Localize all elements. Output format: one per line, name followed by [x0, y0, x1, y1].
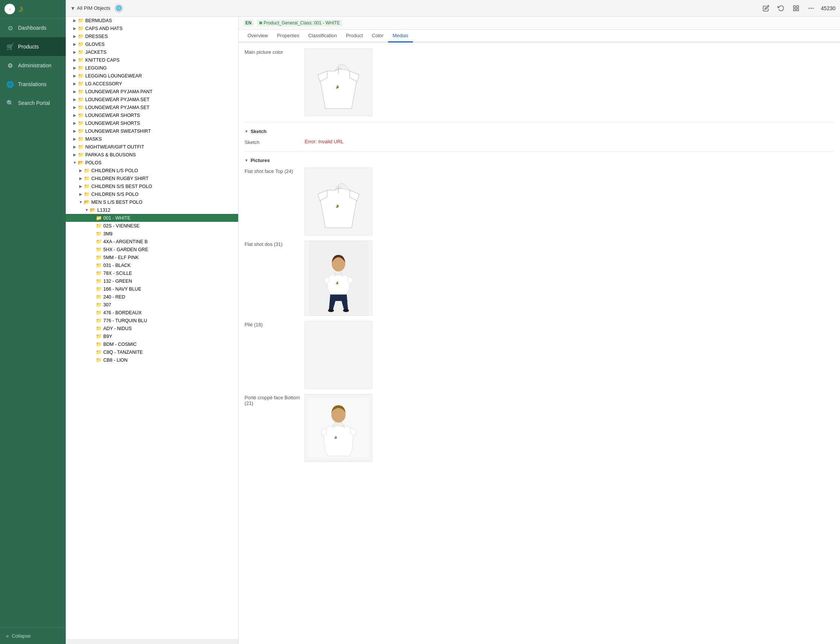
item-number: 45230 — [821, 5, 835, 11]
tree-item-476-bordeaux[interactable]: 📁476 - BORDEAUX — [66, 309, 238, 317]
tree-item-ady-nidus[interactable]: 📁ADY - NIDUS — [66, 324, 238, 332]
tree-item-776-turquin-blu[interactable]: 📁776 - TURQUIN BLU — [66, 317, 238, 324]
content-area: ▶📁BERMUDAS▶📁CAPS AND HATS▶📁DRESSES▶📁GLOV… — [66, 16, 840, 644]
tab-product[interactable]: Product — [342, 30, 367, 43]
tree-item-b9y[interactable]: 📁B9Y — [66, 332, 238, 340]
sketch-section-header[interactable]: ▼ Sketch — [244, 128, 834, 134]
tree-item-children-ls-polo[interactable]: ▶📁CHILDREN L/S POLO — [66, 166, 238, 174]
tree-item-legging[interactable]: ▶📁LEGGING — [66, 64, 238, 72]
tree-item-jackets[interactable]: ▶📁JACKETS — [66, 48, 238, 56]
tree-item-240-red[interactable]: 📁240 - RED — [66, 293, 238, 301]
tab-overview[interactable]: Overview — [243, 30, 272, 43]
tree-item-caps-hats[interactable]: ▶📁CAPS AND HATS — [66, 25, 238, 32]
tab-medias[interactable]: Medias — [388, 30, 413, 43]
sidebar-item-label: Administration — [18, 62, 51, 68]
folder-icon: 📁 — [78, 49, 84, 55]
tree-item-001-white[interactable]: 📁001 - WHITE — [66, 214, 238, 222]
tree-item-loungewear-shorts[interactable]: ▶📁LOUNGEWEAR SHORTS — [66, 111, 238, 119]
tree-item-bdm-cosmic[interactable]: 📁BDM - COSMIC — [66, 340, 238, 348]
edit-button[interactable] — [761, 3, 771, 13]
tree-item-dresses[interactable]: ▶📁DRESSES — [66, 32, 238, 40]
tree-item-children-ss-best-polo[interactable]: ▶📁CHILDREN S/S BEST POLO — [66, 182, 238, 190]
tree-item-men-s-ls-best-polo[interactable]: ▼📂MEN S L/S BEST POLO — [66, 198, 238, 206]
refresh-button[interactable] — [776, 3, 786, 13]
folder-icon: 📁 — [96, 246, 102, 252]
tree-label: 776 - TURQUIN BLU — [103, 318, 147, 323]
tree-item-132-green[interactable]: 📁132 - GREEN — [66, 277, 238, 285]
tree-item-loungewear-sweatshirt[interactable]: ▶📁LOUNGEWEAR SWEATSHIRT — [66, 127, 238, 135]
sidebar-item-search-portal[interactable]: 🔍 Search Portal — [0, 94, 66, 112]
toolbar-right: 45230 — [761, 3, 835, 13]
tree-item-children-rugby-shirt[interactable]: ▶📁CHILDREN RUGBY SHIRT — [66, 174, 238, 182]
tree-item-4xa-argentine-b[interactable]: 📁4XA - ARGENTINE B — [66, 238, 238, 245]
folder-icon: 📁 — [78, 120, 84, 126]
folder-icon: 📁 — [84, 184, 90, 189]
tree-item-legging-loungewear[interactable]: ▶📁LEGGING LOUNGEWEAR — [66, 72, 238, 80]
folder-icon: 📁 — [96, 255, 102, 260]
more-button[interactable] — [806, 3, 816, 13]
collapse-button[interactable]: « Collapse — [0, 628, 66, 644]
tree-label: NIGHTWEAR/GIFT OUTFIT — [85, 145, 144, 150]
folder-icon: 📁 — [78, 26, 84, 31]
tree-item-bermudas[interactable]: ▶📁BERMUDAS — [66, 16, 238, 25]
tree-item-02s-viennese[interactable]: 📁02S - VIENNESE — [66, 222, 238, 230]
tree-item-031-black[interactable]: 📁031 - BLACK — [66, 261, 238, 269]
tree-item-loungewear-pyjama-set[interactable]: ▶📁LOUNGEWEAR PYJAMA SET — [66, 95, 238, 104]
tree-item-polos[interactable]: ▼📂POLOS — [66, 159, 238, 166]
medias-content[interactable]: Main picture color — [239, 43, 840, 644]
sidebar-item-label: Translations — [18, 81, 47, 87]
tree-item-307[interactable]: 📁307 — [66, 301, 238, 309]
tree-item-cb8-lion[interactable]: 📁CB8 - LION — [66, 356, 238, 364]
tree-horizontal-scrollbar[interactable] — [66, 639, 238, 644]
folder-icon: 📁 — [78, 144, 84, 150]
tab-classification[interactable]: Classification — [303, 30, 342, 43]
tree-label: 031 - BLACK — [103, 263, 131, 268]
tree-label: LG ACCESSORY — [85, 81, 122, 87]
tree-item-5mm-elf-pink[interactable]: 📁5MM - ELF PINK — [66, 253, 238, 261]
tree-arrow: ▶ — [78, 176, 84, 181]
tab-color[interactable]: Color — [367, 30, 388, 43]
tree-item-children-ss-polo[interactable]: ▶📁CHILDREN S/S POLO — [66, 190, 238, 198]
tree-item-5hx-garden-gre[interactable]: 📁5HX - GARDEN GRE — [66, 245, 238, 253]
tree-arrow: ▶ — [72, 26, 78, 30]
filter-dropdown[interactable]: ▼ All PIM Objects — [70, 5, 110, 11]
tree-arrow: ▶ — [72, 137, 78, 141]
pictures-section-header[interactable]: ▼ Pictures — [244, 158, 834, 163]
layout-button[interactable] — [791, 3, 801, 13]
folder-icon: 📁 — [84, 191, 90, 197]
folder-icon: 📂 — [90, 207, 96, 213]
sidebar-item-administration[interactable]: ⚙ Administration — [0, 56, 66, 75]
svg-point-20 — [343, 309, 349, 312]
tree-item-3m9[interactable]: 📁3M9 — [66, 230, 238, 238]
flat-shot-top-img-box: 🐊 — [305, 168, 372, 235]
folder-icon: 📁 — [96, 239, 102, 244]
detail-panel: EN Product_General_Class: 001 - WHITE Ov… — [239, 16, 840, 644]
tree-item-loungewear-shorts2[interactable]: ▶📁LOUNGEWEAR SHORTS — [66, 119, 238, 127]
tree-item-loungewear-pyjama-pant[interactable]: ▶📁LOUNGEWEAR PYJAMA PANT — [66, 88, 238, 95]
class-badge: Product_General_Class: 001 - WHITE — [257, 20, 342, 26]
pictures-section-label: Pictures — [251, 158, 270, 163]
tree-item-166-navy-blue[interactable]: 📁166 - NAVY BLUE — [66, 285, 238, 293]
tree-item-knitted-caps[interactable]: ▶📁KNITTED CAPS — [66, 56, 238, 64]
tree-item-78x-scille[interactable]: 📁78X - SCILLE — [66, 269, 238, 277]
tree-item-nightwear-gift[interactable]: ▶📁NIGHTWEAR/GIFT OUTFIT — [66, 143, 238, 151]
globe-icon[interactable]: 🌐 — [114, 4, 123, 13]
tree-item-parkas-blousons[interactable]: ▶📁PARKAS & BLOUSONS — [66, 151, 238, 159]
svg-text:🐊: 🐊 — [18, 6, 25, 12]
tree-item-lg-accessory[interactable]: ▶📁LG ACCESSORY — [66, 80, 238, 88]
tree-scroll[interactable]: ▶📁BERMUDAS▶📁CAPS AND HATS▶📁DRESSES▶📁GLOV… — [66, 16, 238, 639]
tree-item-l1312[interactable]: ▼📂L1312 — [66, 206, 238, 214]
tree-item-gloves[interactable]: ▶📁GLOVES — [66, 40, 238, 48]
tree-item-masks[interactable]: ▶📁MASKS — [66, 135, 238, 143]
sidebar-item-translations[interactable]: 🌐 Translations — [0, 75, 66, 94]
tree-item-c8q-tanzanite[interactable]: 📁C8Q - TANZANITE — [66, 348, 238, 356]
sidebar-item-products[interactable]: 🛒 Products — [0, 37, 66, 56]
tree-arrow: ▶ — [72, 113, 78, 117]
sidebar-item-dashboards[interactable]: ⊙ Dashboards — [0, 18, 66, 37]
tree-arrow: ▶ — [72, 129, 78, 133]
tree-arrow: ▶ — [72, 34, 78, 38]
tree-arrow: ▶ — [72, 121, 78, 125]
folder-icon: 📁 — [84, 176, 90, 181]
tree-item-loungewear-pyjama-set2[interactable]: ▶📁LOUNGEWEAR PYJAMA SET — [66, 104, 238, 111]
tab-properties[interactable]: Properties — [272, 30, 303, 43]
